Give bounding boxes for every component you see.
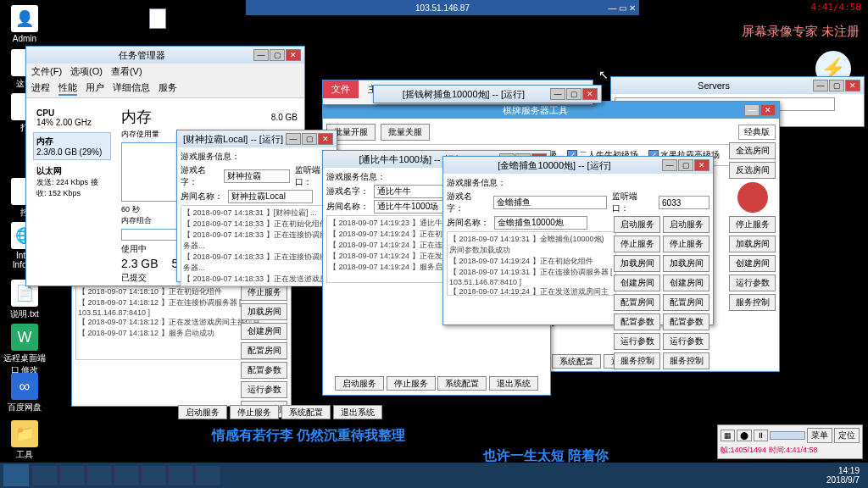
bottom-button[interactable]: 启动服务: [178, 405, 227, 419]
side-button[interactable]: 服务控制: [614, 352, 660, 369]
side-button[interactable]: 创建房间: [241, 323, 287, 340]
side-button[interactable]: 创建房间: [729, 255, 776, 272]
side-button[interactable]: 加载房间: [663, 255, 709, 272]
logo-icon: [737, 182, 768, 213]
taskbar-item[interactable]: [114, 465, 139, 485]
fish-panel[interactable]: [金蟾捕鱼10000炮] -- [运行]—▢✕ 游戏服务信息： 游戏名字：监听端…: [442, 156, 714, 325]
stop-button[interactable]: 停止服务: [663, 236, 709, 252]
close-icon[interactable]: ✕: [286, 49, 301, 61]
port-input[interactable]: [659, 196, 709, 209]
tab-batch-stop[interactable]: 批量关服: [381, 124, 430, 141]
taskbar[interactable]: 14:192018/9/7: [0, 463, 868, 488]
desktop-icon[interactable]: 📁工具: [3, 420, 46, 461]
rec-icon[interactable]: ⬤: [737, 430, 752, 441]
bottom-button[interactable]: 退出系统: [489, 376, 538, 391]
progress-bar[interactable]: [770, 431, 805, 440]
side-button[interactable]: 停止服务: [729, 216, 776, 233]
taskbar-item[interactable]: [32, 465, 58, 485]
desktop-icon[interactable]: ∞百度网盘: [3, 373, 46, 413]
taskbar-item[interactable]: [141, 465, 166, 485]
max-icon[interactable]: ▢: [829, 80, 844, 92]
side-button[interactable]: 启动服务: [614, 216, 660, 233]
min-icon[interactable]: —: [662, 159, 677, 171]
room-input[interactable]: [494, 216, 587, 230]
pause-icon[interactable]: ⏸: [754, 430, 768, 441]
start-button[interactable]: 启动服务: [663, 216, 709, 233]
remote-connection-bar: 103.51.146.87 — ▭ ✕: [246, 0, 639, 15]
max-icon[interactable]: ▢: [678, 159, 693, 171]
ethernet-tile[interactable]: 以太网发送: 224 Kbps 接收: 152 Kbps: [33, 162, 111, 202]
side-button[interactable]: 配置房间: [241, 342, 287, 359]
bottom-button[interactable]: 停止服务: [387, 376, 436, 391]
side-button[interactable]: 服务控制: [663, 352, 709, 369]
bottom-button[interactable]: 停止服务: [230, 405, 279, 419]
side-button[interactable]: 运行参数: [663, 333, 709, 350]
side-button[interactable]: 配置参数: [241, 362, 287, 379]
menu-bar[interactable]: 文件(F)选项(O)查看(V): [26, 64, 304, 80]
side-button[interactable]: 创建房间: [614, 274, 660, 291]
timer-overlay: 4:41/4:58: [810, 2, 861, 13]
panel-main-title[interactable]: [摇钱树捕鱼10000炮] -- [运行]—▢✕: [373, 85, 602, 103]
side-button[interactable]: 配置参数: [663, 313, 709, 330]
close-icon[interactable]: ✕: [760, 104, 776, 116]
start-button[interactable]: [3, 464, 29, 486]
lyric-overlay: 情感有若行李 仍然沉重待我整理: [212, 427, 405, 445]
side-button[interactable]: 停止服务: [614, 236, 660, 252]
page-icon: [149, 8, 166, 29]
side-button[interactable]: 加载房间: [614, 255, 660, 272]
select-all-button[interactable]: 全选房间: [729, 142, 776, 159]
max-icon[interactable]: ▢: [270, 49, 285, 61]
memory-tile[interactable]: 内存2.3/8.0 GB (29%): [33, 132, 111, 160]
recorder-control[interactable]: ▦ ⬤ ⏸ 菜单 定位 帧:1405/1494 时间:4:41/4:58: [717, 424, 863, 459]
side-button[interactable]: 加载房间: [241, 303, 287, 320]
log-window[interactable]: 【 2018-09-07 14:18:10 】正在初始化组件【 2018-09-…: [71, 280, 292, 407]
taskbar-item[interactable]: [168, 465, 193, 485]
cursor-icon: ↖: [598, 68, 609, 81]
clock[interactable]: 14:192018/9/7: [826, 466, 865, 485]
sys-config-button[interactable]: 系统配置: [552, 354, 601, 369]
side-button[interactable]: 配置房间: [614, 294, 660, 311]
taskbar-item[interactable]: [195, 465, 220, 485]
side-button[interactable]: 加载房间: [729, 236, 776, 252]
bottom-button[interactable]: 系统配置: [437, 376, 487, 391]
side-button[interactable]: 创建房间: [663, 274, 709, 291]
taskbar-item[interactable]: [59, 465, 85, 485]
side-button[interactable]: 配置参数: [614, 313, 660, 330]
bottom-button[interactable]: 启动服务: [335, 376, 384, 391]
local-panel[interactable]: [财神拉霸Local] -- [运行]—▢✕ 游戏服务信息： 游戏名字：监听端口…: [176, 130, 337, 282]
side-button[interactable]: 运行参数: [729, 274, 776, 291]
room-input[interactable]: [228, 190, 313, 203]
taskbar-item[interactable]: [86, 465, 112, 485]
file-tab[interactable]: 文件: [323, 80, 359, 98]
recorder-watermark: 屏幕录像专家 未注册: [742, 24, 860, 40]
version-select[interactable]: 经典版: [738, 125, 776, 140]
invert-button[interactable]: 反选房间: [729, 162, 776, 179]
qr-icon[interactable]: ▦: [721, 430, 735, 441]
side-button[interactable]: 服务控制: [729, 294, 776, 311]
menu-button[interactable]: 菜单: [807, 428, 832, 443]
side-button[interactable]: 配置房间: [663, 294, 709, 311]
min-icon[interactable]: —: [744, 104, 760, 116]
name-input[interactable]: [224, 169, 290, 183]
close-icon[interactable]: ✕: [694, 159, 709, 171]
name-input[interactable]: [493, 196, 606, 209]
cpu-tile[interactable]: CPU14% 2.00 GHz: [33, 105, 111, 130]
bottom-button[interactable]: 退出系统: [333, 405, 382, 419]
side-button[interactable]: 运行参数: [614, 333, 660, 350]
desktop-icon[interactable]: 👤Admin: [3, 5, 46, 43]
close-icon[interactable]: ✕: [845, 80, 860, 92]
min-icon[interactable]: —: [813, 80, 828, 92]
side-button[interactable]: 运行参数: [241, 381, 287, 398]
min-icon[interactable]: —: [253, 49, 269, 61]
locate-button[interactable]: 定位: [834, 428, 860, 443]
bottom-button[interactable]: 系统配置: [281, 405, 331, 419]
